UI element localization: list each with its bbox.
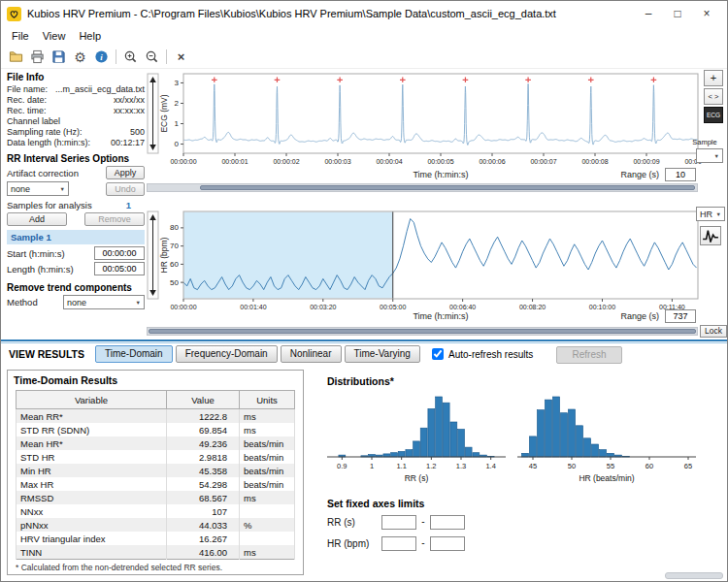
hist-bar (391, 453, 398, 457)
bottom-right-scrollbar[interactable] (665, 572, 723, 579)
toolbar-separator (166, 49, 167, 64)
hist-bar (529, 436, 536, 457)
menu-view[interactable]: View (36, 28, 73, 44)
sample-1-header[interactable]: Sample 1 (7, 230, 145, 244)
ecg-sample-select[interactable]: ▼ (696, 148, 723, 163)
view-results-title: VIEW RESULTS (9, 348, 84, 360)
hr-chart[interactable]: 5060708000:00:0000:01:4000:03:2000:05:00… (147, 207, 702, 313)
svg-text:0.9: 0.9 (337, 462, 347, 470)
hist-bar (414, 441, 420, 457)
ecg-ylabel: ECG (mV) (159, 94, 169, 132)
hist-bar (545, 400, 551, 457)
info-button[interactable]: i (91, 48, 112, 67)
window-title: Kubios HRV Premium - C:\Program Files\Ku… (27, 8, 634, 19)
hist-bar (473, 453, 480, 457)
svg-text:50: 50 (568, 462, 576, 470)
auto-refresh-label: Auto-refresh results (448, 349, 533, 360)
results-footnote: * Calculated from the non-detrended sele… (16, 563, 222, 572)
hr-scrollbar-thumb[interactable] (149, 329, 696, 334)
lock-button[interactable]: Lock (700, 325, 727, 338)
ecg-range-input[interactable] (665, 168, 696, 181)
tab-frequency-domain[interactable]: Frequency-Domain (176, 345, 278, 363)
hr_hist-bars (521, 397, 629, 457)
ecg-chart[interactable]: 012300:00:0000:00:0100:00:0200:00:0300:0… (147, 69, 702, 166)
auto-refresh-checkbox-input[interactable] (432, 348, 444, 360)
sample-length-input[interactable] (94, 262, 145, 275)
detrend-method-select[interactable]: none ▼ (63, 295, 145, 309)
svg-text:3: 3 (175, 79, 180, 87)
rr-max-input[interactable] (430, 515, 465, 530)
hr_hist-xticks: 4550556065 (529, 457, 692, 470)
close-x-button[interactable]: × (171, 48, 191, 67)
hr-signal-select[interactable]: HR ▼ (696, 207, 725, 221)
hist-bar (443, 403, 449, 457)
minimize-button[interactable]: – (634, 7, 663, 20)
hist-bar (583, 438, 590, 457)
hr-range-separator: - (420, 537, 426, 548)
chevron-down-icon: ▼ (714, 153, 719, 159)
settings-button[interactable]: ⚙ (70, 48, 90, 67)
time-domain-results-table: VariableValueUnits Mean RR*1222.8msSTD R… (16, 390, 295, 560)
hr-waveform-button[interactable] (700, 226, 721, 245)
close-button[interactable]: × (692, 7, 721, 20)
hr-scrollbar[interactable] (147, 327, 698, 336)
rr-min-input[interactable] (381, 515, 416, 530)
hr-min-input[interactable] (381, 536, 416, 551)
file-info-row: Sampling rate (Hz):500 (7, 127, 145, 138)
title-bar[interactable]: Kubios HRV Premium - C:\Program Files\Ku… (1, 1, 727, 26)
add-sample-button[interactable]: Add (7, 212, 67, 226)
ecg-scrollbar[interactable] (147, 183, 698, 192)
svg-text:00:00:03: 00:00:03 (324, 158, 350, 165)
zoom-out-button[interactable] (142, 48, 162, 67)
auto-refresh-checkbox[interactable]: Auto-refresh results (432, 348, 533, 360)
open-file-icon (9, 49, 23, 64)
tab-nonlinear[interactable]: Nonlinear (281, 345, 342, 363)
menu-file[interactable]: File (5, 28, 36, 44)
undo-button[interactable]: Undo (106, 182, 145, 196)
print-button[interactable] (27, 48, 48, 67)
svg-text:00:00:01: 00:00:01 (221, 158, 248, 165)
svg-text:00:01:40: 00:01:40 (240, 304, 266, 310)
column-header: Variable (17, 391, 167, 409)
hist-bar (420, 428, 427, 457)
hr-range-input[interactable] (665, 309, 696, 323)
result-row: HRV triangular index16.267 (17, 532, 295, 545)
apply-button[interactable]: Apply (106, 166, 145, 179)
tab-time-domain[interactable]: Time-Domain (95, 345, 173, 363)
svg-text:60: 60 (645, 462, 653, 470)
chevron-down-icon: ▼ (60, 186, 65, 192)
time-domain-results-title: Time-Domain Results (14, 374, 117, 386)
rr_hist-xlabel: RR (s) (405, 473, 429, 483)
tab-time-varying[interactable]: Time-Varying (345, 345, 420, 363)
menu-help[interactable]: Help (72, 28, 108, 44)
open-file-button[interactable] (6, 48, 26, 67)
save-button[interactable] (49, 48, 69, 67)
ecg-zoom-button[interactable]: + (704, 70, 723, 86)
file-info-row: File name:...m_ascii_ecg_data.txt (7, 84, 145, 95)
ecg-scrollbar-thumb[interactable] (200, 185, 695, 190)
ecg-signal-button[interactable]: ECG (704, 107, 723, 123)
svg-text:00:00:06: 00:00:06 (479, 158, 505, 165)
rr_hist-bars (339, 397, 494, 457)
artifact-correction-label: Artifact correction (7, 168, 79, 178)
maximize-button[interactable]: □ (663, 7, 692, 20)
toolbar: ⚙i× (1, 46, 727, 69)
artifact-correction-value: none (11, 184, 30, 194)
svg-text:00:00:05: 00:00:05 (427, 158, 453, 165)
ecg-expand-button[interactable]: < > (704, 88, 723, 105)
zoom-out-icon (145, 49, 159, 64)
fixed-axes-rr-label: RR (s) (327, 517, 355, 528)
samples-count: 1 (126, 200, 131, 210)
sample-region[interactable] (183, 212, 393, 299)
close-x-icon: × (178, 50, 185, 63)
svg-text:00:05:00: 00:05:00 (380, 304, 406, 310)
artifact-correction-select[interactable]: none ▼ (7, 181, 69, 196)
sample-start-input[interactable] (94, 246, 145, 260)
refresh-button[interactable]: Refresh (556, 346, 622, 364)
svg-text:00:00:00: 00:00:00 (170, 304, 196, 310)
zoom-in-button[interactable] (120, 48, 141, 67)
remove-sample-button[interactable]: Remove (84, 212, 145, 226)
hr-max-input[interactable] (430, 536, 465, 551)
result-row: Mean HR*49.236beats/min (17, 436, 295, 450)
toolbar-separator (116, 49, 116, 64)
